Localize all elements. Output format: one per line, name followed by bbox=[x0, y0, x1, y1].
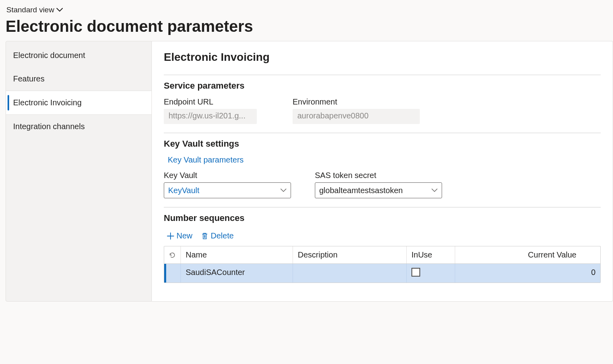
chevron-down-icon bbox=[56, 8, 63, 12]
chevron-down-icon bbox=[431, 188, 438, 192]
page-title: Electronic document parameters bbox=[6, 17, 607, 35]
endpoint-url-field: https://gw.us-il201.g... bbox=[164, 109, 257, 124]
endpoint-url-label: Endpoint URL bbox=[164, 97, 257, 106]
sidebar-item-electronic-invoicing[interactable]: Electronic Invoicing bbox=[6, 91, 151, 115]
current-value-column-header[interactable]: Current Value bbox=[455, 246, 600, 263]
section-heading-number-sequences: Number sequences bbox=[164, 213, 601, 223]
row-inuse-cell[interactable] bbox=[407, 264, 455, 283]
content-title: Electronic Invoicing bbox=[164, 51, 601, 64]
sidebar-item-label: Integration channels bbox=[13, 122, 85, 131]
sas-token-select[interactable]: globalteamtestsastoken bbox=[315, 182, 442, 198]
environment-label: Environment bbox=[293, 97, 420, 106]
section-heading-key-vault: Key Vault settings bbox=[164, 139, 601, 149]
table-row[interactable]: SaudiSACounter 0 bbox=[164, 264, 600, 283]
sidebar-item-integration-channels[interactable]: Integration channels bbox=[6, 115, 151, 138]
sidebar: Electronic document Features Electronic … bbox=[6, 41, 152, 302]
row-current-value-cell[interactable]: 0 bbox=[455, 264, 600, 283]
sidebar-item-label: Electronic document bbox=[13, 51, 85, 60]
section-heading-service-parameters: Service parameters bbox=[164, 81, 601, 91]
view-switcher[interactable]: Standard view bbox=[6, 4, 64, 16]
new-button[interactable]: New bbox=[166, 230, 193, 242]
name-column-header[interactable]: Name bbox=[181, 246, 293, 263]
sidebar-item-electronic-document[interactable]: Electronic document bbox=[6, 44, 151, 67]
description-column-header[interactable]: Description bbox=[293, 246, 407, 263]
sas-token-label: SAS token secret bbox=[315, 171, 442, 180]
key-vault-label: Key Vault bbox=[164, 171, 291, 180]
refresh-column-header[interactable] bbox=[164, 246, 181, 263]
view-label: Standard view bbox=[6, 6, 54, 14]
environment-field: aurorabapenve0800 bbox=[293, 109, 420, 124]
sas-token-value: globalteamtestsastoken bbox=[319, 186, 403, 195]
number-sequences-grid: Name Description InUse Current Value Sau… bbox=[164, 246, 601, 283]
row-description-cell[interactable] bbox=[293, 264, 407, 283]
key-vault-value: KeyVault bbox=[168, 186, 200, 195]
row-name-cell[interactable]: SaudiSACounter bbox=[181, 264, 293, 283]
chevron-down-icon bbox=[280, 188, 287, 192]
key-vault-parameters-link[interactable]: Key Vault parameters bbox=[168, 155, 244, 165]
inuse-checkbox[interactable] bbox=[411, 268, 420, 277]
inuse-column-header[interactable]: InUse bbox=[407, 246, 455, 263]
new-button-label: New bbox=[177, 231, 192, 240]
sidebar-item-label: Features bbox=[13, 74, 45, 83]
plus-icon bbox=[167, 232, 174, 240]
sidebar-item-label: Electronic Invoicing bbox=[13, 98, 81, 107]
delete-button-label: Delete bbox=[211, 231, 234, 240]
content-panel: Electronic Invoicing Service parameters … bbox=[152, 41, 613, 302]
sidebar-item-features[interactable]: Features bbox=[6, 67, 151, 91]
key-vault-select[interactable]: KeyVault bbox=[164, 182, 291, 198]
grid-header: Name Description InUse Current Value bbox=[164, 246, 600, 264]
trash-icon bbox=[201, 232, 208, 240]
refresh-icon bbox=[169, 252, 176, 259]
delete-button[interactable]: Delete bbox=[200, 230, 235, 242]
